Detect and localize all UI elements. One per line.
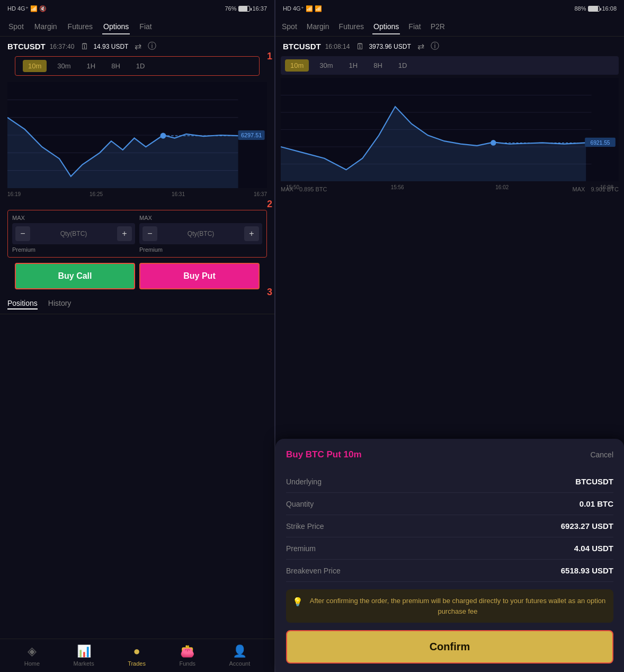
nav-markets[interactable]: 📊 Markets <box>74 644 94 667</box>
buy-buttons-container: Buy Call Buy Put 3 <box>7 260 267 293</box>
r-time-1h[interactable]: 1H <box>344 59 363 72</box>
trades-label: Trades <box>128 660 146 667</box>
tab-fiat[interactable]: Fiat <box>138 19 153 34</box>
order-confirm-modal: Buy BTC Put 10m Cancel Underlying BTCUSD… <box>275 439 624 672</box>
right-qty-row: − + <box>139 223 262 244</box>
modal-title: Buy BTC Put 10m <box>286 449 362 460</box>
nav-home[interactable]: ◈ Home <box>24 644 40 667</box>
left-minus-btn[interactable]: − <box>15 226 30 241</box>
left-trading-header: BTCUSDT 16:37:40 🗓 14.93 USDT ⇄ ⓘ <box>0 37 274 56</box>
r-tab-futures[interactable]: Futures <box>338 19 365 34</box>
right-minus-btn[interactable]: − <box>142 226 157 241</box>
buy-buttons: Buy Call Buy Put <box>15 263 260 289</box>
info-icon[interactable]: ⓘ <box>148 41 156 52</box>
left-premium: Premium <box>12 246 135 253</box>
r-time-30m[interactable]: 30m <box>314 59 338 72</box>
left-qty-row: − + <box>12 223 135 244</box>
r-battery-percent: 88% <box>574 5 586 12</box>
svg-text:6921.55: 6921.55 <box>590 139 610 145</box>
right-qty-input[interactable] <box>161 230 241 237</box>
r-carrier-icon: HD <box>283 5 291 12</box>
r-tab-spot[interactable]: Spot <box>281 19 298 34</box>
x-label-0: 16:19 <box>7 191 21 197</box>
r-time-8h[interactable]: 8H <box>368 59 388 72</box>
r-x-label-0: 15:50 <box>286 184 299 190</box>
modal-row-underlying: Underlying BTCUSDT <box>286 471 613 493</box>
tab-futures[interactable]: Futures <box>67 19 94 34</box>
tab-margin[interactable]: Margin <box>33 19 58 34</box>
r-info-icon[interactable]: ⓘ <box>431 41 439 52</box>
breakeven-value: 6518.93 USDT <box>561 566 613 575</box>
positions-content <box>0 314 274 639</box>
tab-options[interactable]: Options <box>102 19 130 34</box>
left-plus-btn[interactable]: + <box>117 226 132 241</box>
time-1d[interactable]: 1D <box>131 60 150 72</box>
clock: 16:37 <box>252 5 267 12</box>
r-tab-margin[interactable]: Margin <box>306 19 331 34</box>
buy-put-button[interactable]: Buy Put <box>139 263 260 289</box>
positions-tabs: Positions History <box>0 295 274 314</box>
r-tab-p2r[interactable]: P2R <box>430 19 446 34</box>
modal-row-strike: Strike Price 6923.27 USDT <box>286 515 613 537</box>
modal-title-row: Buy BTC Put 10m Cancel <box>286 449 613 460</box>
right-time-selector: 10m 30m 1H 8H 1D <box>281 56 619 75</box>
breakeven-label: Breakeven Price <box>286 567 341 575</box>
modal-row-quantity: Quantity 0.01 BTC <box>286 493 613 515</box>
modal-notice: 💡 After confirming the order, the premiu… <box>286 589 613 623</box>
x-label-1: 16:25 <box>90 191 103 197</box>
trading-pair: BTCUSDT <box>7 42 46 51</box>
carrier-icon: HD <box>7 5 16 12</box>
nav-account[interactable]: 👤 Account <box>229 644 250 667</box>
modal-cancel-btn[interactable]: Cancel <box>590 450 613 459</box>
left-status-icons: HD 4G⁺ 📶 🔇 <box>7 5 47 12</box>
funds-label: Funds <box>179 660 195 667</box>
annotation-3: 3 <box>267 287 272 298</box>
time-30m[interactable]: 30m <box>52 60 76 72</box>
confirm-button[interactable]: Confirm <box>286 630 613 664</box>
right-premium: Premium <box>139 246 262 253</box>
time-8h[interactable]: 8H <box>106 60 126 72</box>
r-tab-fiat[interactable]: Fiat <box>407 19 422 34</box>
underlying-value: BTCUSDT <box>575 477 613 486</box>
order-section: MAX − + Premium MAX − + Premium <box>7 210 267 258</box>
r-time-1d[interactable]: 1D <box>393 59 413 72</box>
funds-icon: 👛 <box>180 644 194 658</box>
right-plus-btn[interactable]: + <box>244 226 259 241</box>
left-phone: HD 4G⁺ 📶 🔇 76% 16:37 Spot Margin Futures… <box>0 0 275 672</box>
tab-spot[interactable]: Spot <box>7 19 25 34</box>
quantity-value: 0.01 BTC <box>580 499 613 508</box>
right-right-status: 88% 16:08 <box>574 5 617 12</box>
notice-icon: 💡 <box>292 597 303 607</box>
r-x-label-3: 16:08 <box>600 184 613 190</box>
right-chart-x-labels: 15:50 15:56 16:02 16:08 <box>281 183 619 191</box>
calendar-icon[interactable]: 🗓 <box>81 42 89 51</box>
nav-trades[interactable]: ● Trades <box>128 644 146 667</box>
modal-row-premium: Premium 4.04 USDT <box>286 537 613 560</box>
r-calendar-icon[interactable]: 🗓 <box>356 42 364 51</box>
premium-label: Premium <box>286 544 316 553</box>
r-time-10m[interactable]: 10m <box>285 59 309 72</box>
left-max-label: MAX <box>12 215 135 221</box>
history-tab[interactable]: History <box>48 299 72 310</box>
signal-bars-icon: 📶 <box>30 5 38 12</box>
nav-funds[interactable]: 👛 Funds <box>179 644 195 667</box>
home-label: Home <box>24 660 40 667</box>
x-label-2: 16:31 <box>172 191 185 197</box>
signal-icon: 4G⁺ <box>17 5 29 12</box>
right-status-icons: HD 4G⁺ 📶 📶 <box>283 5 322 12</box>
left-chart-svg: 6297.51 <box>7 82 267 188</box>
r-tab-options[interactable]: Options <box>372 19 400 34</box>
annotation-2: 2 <box>267 199 272 210</box>
time-10m[interactable]: 10m <box>23 60 47 72</box>
notice-text: After confirming the order, the premium … <box>308 596 607 616</box>
left-qty-input[interactable] <box>33 230 114 237</box>
time-1h[interactable]: 1H <box>82 60 101 72</box>
swap-icon[interactable]: ⇄ <box>135 41 141 51</box>
positions-tab[interactable]: Positions <box>7 299 38 310</box>
buy-call-button[interactable]: Buy Call <box>15 263 135 289</box>
trading-price: 14.93 USDT <box>93 43 128 50</box>
right-status: 76% 16:37 <box>225 5 267 12</box>
battery-percent: 76% <box>225 5 236 12</box>
home-icon: ◈ <box>28 644 37 658</box>
r-swap-icon[interactable]: ⇄ <box>417 41 424 51</box>
